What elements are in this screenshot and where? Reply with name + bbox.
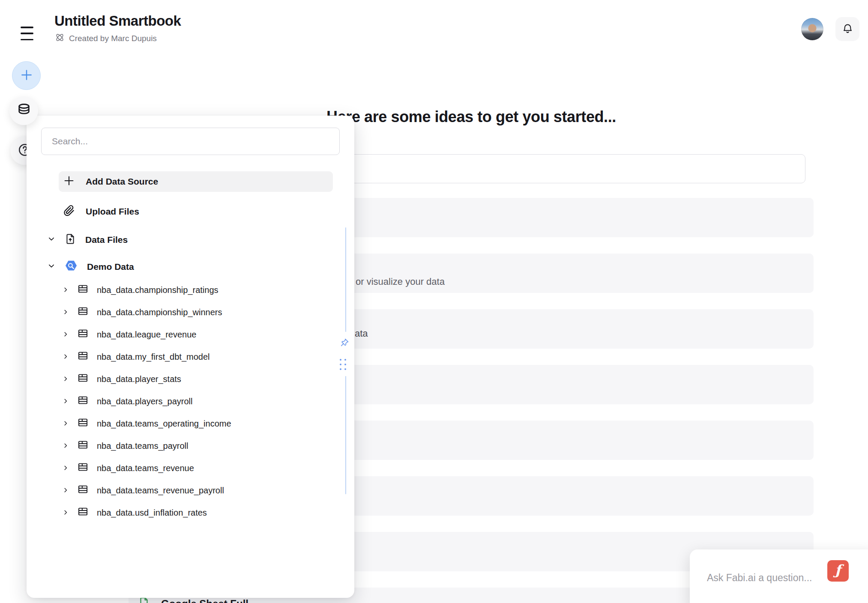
- chevron-down-icon[interactable]: [48, 235, 55, 245]
- table-name: nba_data.league_revenue: [97, 330, 196, 340]
- idea-card-subtitle-fragment: ata: [355, 328, 368, 339]
- table-row[interactable]: nba_data.championship_ratings: [41, 279, 341, 301]
- tree-group-label: Demo Data: [87, 262, 134, 272]
- file-upload-icon: [64, 233, 76, 247]
- chevron-right-icon[interactable]: [63, 486, 69, 496]
- plus-icon: [20, 68, 33, 84]
- table-icon: [77, 484, 89, 497]
- upload-files-button[interactable]: Upload Files: [59, 201, 333, 222]
- table-name: nba_data.usd_inflation_rates: [97, 508, 207, 518]
- table-row[interactable]: nba_data.players_payroll: [41, 390, 341, 412]
- chevron-right-icon[interactable]: [63, 419, 69, 429]
- drag-handle-icon[interactable]: [340, 359, 347, 370]
- pin-panel-icon[interactable]: [338, 337, 350, 349]
- plus-icon: [63, 174, 75, 189]
- table-row[interactable]: nba_data.player_stats: [41, 368, 341, 390]
- fabi-lightning-icon: ƒ: [835, 563, 841, 577]
- table-icon: [77, 461, 89, 475]
- table-name: nba_data.my_first_dbt_model: [97, 352, 210, 362]
- table-row[interactable]: nba_data.teams_revenue_payroll: [41, 479, 341, 502]
- table-name: nba_data.teams_revenue_payroll: [97, 486, 224, 496]
- table-name: nba_data.teams_operating_income: [97, 419, 231, 429]
- table-icon: [77, 394, 89, 408]
- fabi-submit-button[interactable]: ƒ: [827, 560, 849, 582]
- chevron-right-icon[interactable]: [63, 441, 69, 451]
- table-name: nba_data.championship_winners: [97, 307, 222, 317]
- panel-resize-line[interactable]: [345, 376, 346, 494]
- table-icon: [77, 417, 89, 430]
- table-name: nba_data.teams_revenue: [97, 463, 194, 473]
- chevron-right-icon[interactable]: [63, 285, 69, 295]
- chevron-right-icon[interactable]: [63, 397, 69, 406]
- table-name: nba_data.player_stats: [97, 374, 181, 384]
- chevron-down-icon[interactable]: [48, 262, 55, 272]
- table-row[interactable]: nba_data.my_first_dbt_model: [41, 346, 341, 368]
- chevron-right-icon[interactable]: [63, 463, 69, 473]
- chevron-right-icon[interactable]: [63, 307, 69, 317]
- table-icon: [77, 439, 89, 453]
- search-input[interactable]: [41, 128, 340, 155]
- table-row[interactable]: nba_data.teams_operating_income: [41, 412, 341, 435]
- paperclip-icon: [63, 204, 75, 219]
- table-icon: [77, 506, 89, 519]
- data-sources-panel: Add Data Source Upload Files: [27, 116, 354, 598]
- table-icon: [77, 350, 89, 364]
- tree-group-demo-data[interactable]: Demo Data: [41, 257, 134, 276]
- table-row[interactable]: nba_data.championship_winners: [41, 301, 341, 323]
- chevron-right-icon[interactable]: [63, 330, 69, 340]
- google-sheet-idea-label: Google Sheet Full...: [161, 598, 257, 603]
- table-icon: [77, 372, 89, 386]
- table-row[interactable]: nba_data.usd_inflation_rates: [41, 502, 341, 524]
- add-data-source-button[interactable]: Add Data Source: [59, 171, 333, 192]
- table-icon: [77, 305, 89, 319]
- ask-fabi-input[interactable]: [706, 567, 821, 588]
- table-name: nba_data.championship_ratings: [97, 285, 218, 295]
- table-name: nba_data.players_payroll: [97, 397, 193, 406]
- chevron-right-icon[interactable]: [63, 508, 69, 518]
- panel-resize-line[interactable]: [345, 227, 346, 332]
- tree-group-data-files[interactable]: Data Files: [41, 230, 128, 249]
- table-row[interactable]: nba_data.league_revenue: [41, 323, 341, 346]
- add-cell-button[interactable]: [12, 61, 41, 90]
- table-icon: [77, 283, 89, 297]
- chevron-right-icon[interactable]: [63, 352, 69, 362]
- table-name: nba_data.teams_payroll: [97, 441, 188, 451]
- idea-card-subtitle-fragment: or visualize your data: [356, 276, 445, 287]
- ask-fabi-bar: ƒ: [690, 549, 868, 603]
- database-icon: [16, 102, 32, 119]
- table-row[interactable]: nba_data.teams_revenue: [41, 457, 341, 479]
- tree-group-label: Data Files: [85, 235, 128, 245]
- bigquery-icon: [64, 259, 78, 275]
- upload-files-label: Upload Files: [86, 206, 139, 217]
- data-sources-button[interactable]: [9, 96, 38, 125]
- table-list: nba_data.championship_ratings: [41, 279, 341, 524]
- add-data-source-label: Add Data Source: [86, 176, 158, 187]
- app-root: Here are some ideas to get you started..…: [0, 0, 868, 603]
- table-icon: [77, 328, 89, 341]
- chevron-right-icon[interactable]: [63, 374, 69, 384]
- table-row[interactable]: nba_data.teams_payroll: [41, 435, 341, 457]
